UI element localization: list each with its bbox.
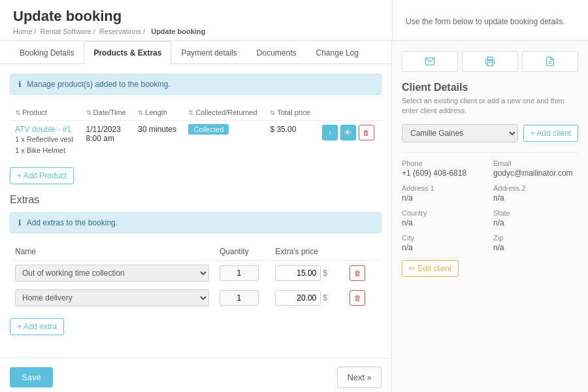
tab-payment-details[interactable]: Payment details: [171, 41, 246, 64]
extras-col-name: Name: [10, 243, 214, 261]
page-title: Update booking: [13, 8, 379, 25]
extras-info-box: ℹ Add extras to the booking.: [10, 212, 382, 233]
document-icon: [545, 56, 555, 67]
extras-section-title: Extras: [10, 194, 382, 206]
divider-1: [402, 152, 578, 153]
email-field: Email godyc@mailinator.com: [493, 159, 578, 178]
tab-change-log[interactable]: Change Log: [306, 41, 368, 64]
product-actions: ↑ 👁 🗑: [322, 125, 376, 140]
products-table: ⇅Product ⇅Date/Time ⇅Length ⇅Collected/R…: [10, 105, 382, 159]
products-info-box: ℹ Manage product(s) added to the booking…: [10, 74, 382, 95]
add-client-button[interactable]: + Add client: [523, 125, 578, 142]
extras-price-2[interactable]: [275, 290, 321, 306]
currency-symbol-2: $: [323, 293, 327, 302]
tab-documents[interactable]: Documents: [247, 41, 306, 64]
sidebar-actions: [402, 51, 578, 72]
address1-field: Address 1 n/a: [402, 184, 487, 203]
extras-qty-2[interactable]: [220, 290, 259, 306]
client-select[interactable]: Camille Gaines: [402, 124, 518, 142]
extras-col-qty: Quantity: [214, 243, 270, 261]
address2-field: Address 2 n/a: [493, 184, 578, 203]
product-delete-button[interactable]: 🗑: [359, 125, 374, 140]
product-upload-button[interactable]: ↑: [322, 125, 338, 140]
extras-delete-2[interactable]: 🗑: [350, 290, 365, 306]
product-status: Collected: [183, 121, 265, 160]
country-field: Country n/a: [402, 209, 487, 227]
extras-delete-1[interactable]: 🗑: [350, 265, 365, 281]
table-row: ATV double - #1 1 x Reflective vest 1 x …: [10, 121, 382, 160]
product-datetime: 1/11/2023 8:00 am: [81, 121, 133, 160]
email-icon: [425, 56, 435, 67]
header-description: Use the form below to update booking det…: [392, 0, 588, 41]
col-datetime: ⇅Date/Time: [81, 105, 133, 121]
client-section-title: Client Details: [402, 82, 578, 93]
document-button[interactable]: [522, 51, 578, 72]
extras-qty-1[interactable]: [220, 265, 259, 281]
extras-select-2[interactable]: Out of working time collection Home deli…: [15, 289, 209, 306]
add-extra-button[interactable]: + Add extra: [10, 318, 64, 335]
extras-row-2: Out of working time collection Home deli…: [10, 286, 382, 310]
extras-row-1: Out of working time collection Home deli…: [10, 261, 382, 286]
product-sub-items: 1 x Reflective vest 1 x Bike Helmet: [15, 134, 76, 155]
next-button[interactable]: Next »: [337, 367, 382, 388]
product-price: $ 35.00: [265, 121, 317, 160]
bottom-bar: Save Next »: [0, 358, 391, 392]
product-name-link[interactable]: ATV double - #1: [15, 125, 71, 134]
email-button[interactable]: [402, 51, 458, 72]
save-button[interactable]: Save: [10, 367, 53, 387]
sidebar: Client Details Select an existing client…: [392, 41, 588, 392]
extras-price-1[interactable]: [275, 265, 321, 281]
city-field: City n/a: [402, 234, 487, 252]
client-select-row: Camille Gaines + Add client: [402, 124, 578, 142]
col-product: ⇅Product: [10, 105, 81, 121]
product-view-button[interactable]: 👁: [340, 125, 356, 140]
tab-products-extras[interactable]: Products & Extras: [84, 41, 171, 64]
print-button[interactable]: [462, 51, 518, 72]
edit-client-button[interactable]: ✏ Edit client: [402, 260, 459, 277]
currency-symbol-1: $: [323, 269, 327, 278]
extras-select-1[interactable]: Out of working time collection Home deli…: [15, 265, 209, 282]
tab-booking-details[interactable]: Booking Details: [10, 41, 84, 64]
extras-table: Name Quantity Extra's price Out of worki…: [10, 243, 382, 310]
col-price: ⇅Total price: [265, 105, 317, 121]
phone-field: Phone +1 (609) 408-6818: [402, 159, 487, 178]
extras-col-price: Extra's price: [270, 243, 344, 261]
col-collected: ⇅Collected/Returned: [183, 105, 265, 121]
svg-rect-2: [487, 62, 493, 65]
col-length: ⇅Length: [133, 105, 183, 121]
state-field: State n/a: [493, 209, 578, 227]
zip-field: Zip n/a: [493, 234, 578, 252]
tabs: Booking Details Products & Extras Paymen…: [0, 41, 391, 64]
add-product-button[interactable]: + Add Product: [10, 167, 74, 184]
print-icon: [485, 56, 495, 67]
client-description: Select an existing client or add a new o…: [402, 96, 578, 116]
client-fields: Phone +1 (609) 408-6818 Email godyc@mail…: [402, 159, 578, 252]
product-length: 30 minutes: [133, 121, 183, 160]
breadcrumb: Home/ Rental Software/ Reservations/ Upd…: [13, 27, 379, 35]
